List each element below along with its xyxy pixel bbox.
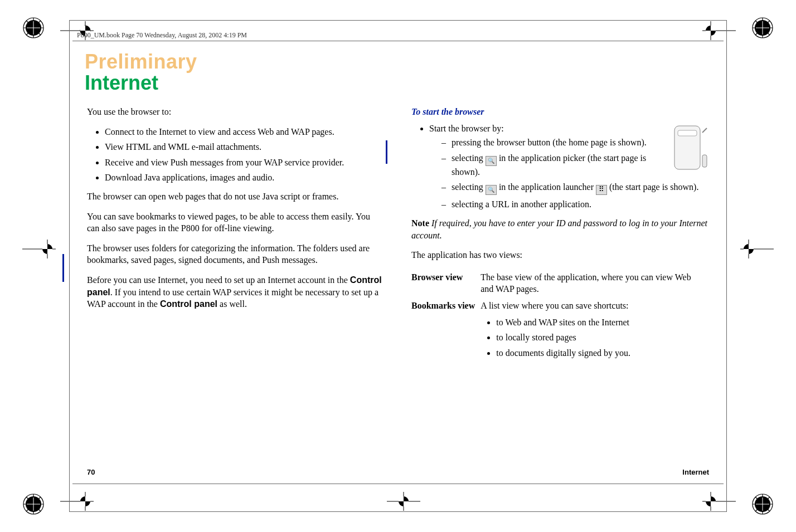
bookmarks-view-desc: A list view where you can save shortcuts… <box>480 297 709 364</box>
svg-rect-61 <box>749 244 754 249</box>
start-browser-sublist: pressing the browser button (the home pa… <box>429 136 709 211</box>
list-item: selecting in the application launcher (t… <box>452 181 709 195</box>
note-label: Note <box>411 218 431 228</box>
list-item: Start the browser by: pressing the brows… <box>429 123 709 211</box>
list-item: View HTML and WML e-mail attachments. <box>105 141 385 153</box>
list-item: to documents digitally signed by you. <box>496 347 703 359</box>
body-content: You use the browser to: Connect to the I… <box>87 106 709 465</box>
subheading-start-browser: To start the browser <box>411 106 709 118</box>
list-item: selecting a URL in another application. <box>452 198 709 211</box>
page-footer: 70 Internet <box>87 468 709 476</box>
paragraph: Before you can use Internet, you need to… <box>87 274 385 310</box>
reg-mark-icon <box>751 493 774 515</box>
change-bar-icon <box>62 254 64 282</box>
browser-view-label: Browser view <box>411 269 480 297</box>
svg-rect-56 <box>42 244 47 249</box>
list-item: to Web and WAP sites on the Internet <box>496 316 703 329</box>
start-browser-list: Start the browser by: pressing the brows… <box>411 123 709 211</box>
bookmarks-shortcuts-list: to Web and WAP sites on the Internet to … <box>480 316 703 359</box>
right-column: To start the browser Start the browser b… <box>411 106 709 465</box>
svg-rect-69 <box>678 130 697 136</box>
crop-mark-icon <box>22 240 56 258</box>
list-item: to locally stored pages <box>496 331 703 344</box>
footer-section: Internet <box>682 468 709 476</box>
browser-view-desc: The base view of the application, where … <box>480 269 709 297</box>
intro-text: You use the browser to: <box>87 106 385 118</box>
reg-mark-icon <box>751 17 774 39</box>
reg-mark-icon <box>22 493 45 515</box>
book-header: P800_UM.book Page 70 Wednesday, August 2… <box>77 31 247 40</box>
page-title: Internet <box>85 71 158 95</box>
list-item: selecting in the application picker (the… <box>452 152 709 178</box>
paragraph: The browser can open web pages that do n… <box>87 191 385 203</box>
browser-icon <box>486 185 497 195</box>
reg-mark-icon <box>22 17 45 39</box>
footer-rule <box>72 484 724 484</box>
paragraph: You can save bookmarks to viewed pages, … <box>87 211 385 235</box>
table-row: Browser view The base view of the applic… <box>411 269 709 297</box>
list-item: pressing the browser button (the home pa… <box>452 136 709 149</box>
header-rule <box>72 41 724 41</box>
paragraph: The browser uses folders for categorizin… <box>87 242 385 266</box>
note-body: If required, you have to enter your ID a… <box>411 218 707 240</box>
table-row: Bookmarks view A list view where you can… <box>411 297 709 364</box>
bookmarks-view-label: Bookmarks view <box>411 297 480 364</box>
views-intro: The application has two views: <box>411 249 709 261</box>
views-table: Browser view The base view of the applic… <box>411 269 709 365</box>
crop-mark-icon <box>740 240 774 258</box>
term-control-panel: Control panel <box>160 299 217 309</box>
svg-line-70 <box>702 128 707 133</box>
watermark-preliminary: Preliminary <box>85 50 197 74</box>
browser-icon <box>486 156 497 166</box>
svg-rect-62 <box>744 249 749 254</box>
left-column: You use the browser to: Connect to the I… <box>87 106 385 465</box>
app-launcher-icon <box>596 185 607 195</box>
list-item: Connect to the Internet to view and acce… <box>105 126 385 138</box>
page-number: 70 <box>87 468 95 476</box>
browser-uses-list: Connect to the Internet to view and acce… <box>87 126 385 184</box>
list-item: Receive and view Push messages from your… <box>105 157 385 169</box>
svg-rect-57 <box>47 249 52 254</box>
list-item: Download Java applications, images and a… <box>105 172 385 184</box>
note-paragraph: Note If required, you have to enter your… <box>411 217 709 241</box>
